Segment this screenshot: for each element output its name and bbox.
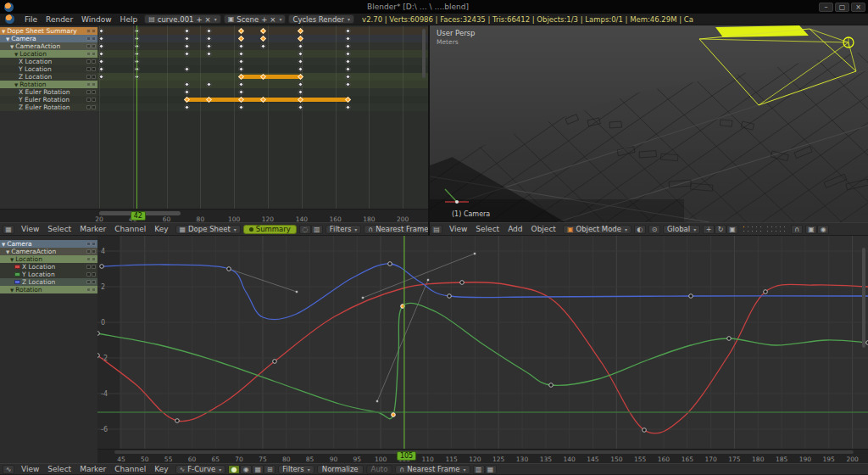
channel-rotation[interactable]: ▼Rotation xyxy=(0,81,97,88)
graph-editor-time-ruler[interactable]: 4550556065707580859095100105110115120125… xyxy=(97,449,868,463)
mute-icon[interactable] xyxy=(86,272,91,277)
graph-editor-vertical-scrollbar[interactable] xyxy=(862,248,865,348)
lock-icon[interactable] xyxy=(92,242,96,246)
viewport-3d[interactable]: User Persp Meters (1) Camera xyxy=(430,25,868,222)
expander-icon[interactable]: ▼ xyxy=(6,249,9,254)
curve-keyframe[interactable] xyxy=(100,265,104,269)
menu-select[interactable]: Select xyxy=(471,225,504,233)
lock-icon[interactable] xyxy=(92,105,96,109)
lock-icon[interactable] xyxy=(92,257,96,261)
expander-icon[interactable]: ▼ xyxy=(10,44,14,49)
viewport-shading-icon[interactable]: ◐ xyxy=(634,225,646,234)
close-scene-button[interactable]: × xyxy=(270,15,275,24)
layer-dot[interactable] xyxy=(779,226,782,228)
mute-icon[interactable] xyxy=(86,82,91,87)
menu-marker[interactable]: Marker xyxy=(75,465,110,473)
interaction-mode-selector[interactable]: ▣ Object Mode xyxy=(563,225,632,234)
layer-dot[interactable] xyxy=(743,226,745,228)
expander-icon[interactable]: ▼ xyxy=(6,36,9,42)
selected-keys-bar[interactable] xyxy=(241,75,300,79)
copy-keyframes-icon[interactable]: ▥ xyxy=(473,465,485,474)
dope-sheet-vertical-scrollbar[interactable] xyxy=(422,29,426,78)
channel-z-euler-rotation[interactable]: Z Euler Rotation xyxy=(0,103,97,111)
layer-dot[interactable] xyxy=(775,230,777,232)
dope-sheet-key-area[interactable] xyxy=(97,25,428,209)
mute-icon[interactable] xyxy=(86,29,91,33)
menu-marker[interactable]: Marker xyxy=(75,225,110,233)
menu-view[interactable]: View xyxy=(445,225,471,233)
mute-icon[interactable] xyxy=(86,75,91,79)
rotate-manipulator-icon[interactable]: ↻ xyxy=(715,225,726,234)
lock-icon[interactable] xyxy=(92,44,96,48)
channel-camera[interactable]: ▼Camera xyxy=(0,35,97,42)
mute-icon[interactable] xyxy=(86,242,91,246)
only-selected-curves-icon[interactable]: ● xyxy=(228,465,240,474)
mute-icon[interactable] xyxy=(86,288,91,292)
menu-file[interactable]: File xyxy=(20,15,42,24)
scene-selector[interactable]: ▣ Scene + × xyxy=(224,14,287,24)
lock-icon[interactable] xyxy=(92,75,96,79)
graph-mode-selector[interactable]: ∿ F-Curve xyxy=(175,465,226,474)
layer-dot[interactable] xyxy=(775,226,777,228)
layer-dot[interactable] xyxy=(760,226,762,228)
layer-dot[interactable] xyxy=(783,230,786,232)
channel-location[interactable]: ▼Location xyxy=(0,50,97,58)
mute-icon[interactable] xyxy=(86,44,91,48)
lock-icon[interactable] xyxy=(92,90,96,94)
menu-select[interactable]: Select xyxy=(43,465,75,473)
mute-icon[interactable] xyxy=(86,257,91,261)
curve-keyframe[interactable] xyxy=(764,290,768,294)
layer-dot[interactable] xyxy=(743,230,745,232)
curve-keyframe[interactable] xyxy=(175,419,180,423)
menu-help[interactable]: Help xyxy=(116,15,142,24)
close-screen-button[interactable]: × xyxy=(205,15,211,24)
mute-icon[interactable] xyxy=(86,105,91,109)
dope-sheet-mode-selector[interactable]: ▦ Dope Sheet xyxy=(175,225,241,234)
render-border-icon[interactable]: ▣ xyxy=(805,225,817,234)
curve-keyframe[interactable] xyxy=(448,294,452,299)
expander-icon[interactable]: ▼ xyxy=(14,52,18,57)
menu-add[interactable]: Add xyxy=(504,225,526,233)
menu-view[interactable]: View xyxy=(17,225,43,233)
maximize-button[interactable]: ▢ xyxy=(835,3,849,12)
add-screen-button[interactable]: + xyxy=(196,15,202,24)
layer-dot[interactable] xyxy=(747,230,749,232)
layers-widget[interactable] xyxy=(743,226,787,233)
mute-icon[interactable] xyxy=(86,280,91,284)
mute-icon[interactable] xyxy=(86,52,91,56)
lock-icon[interactable] xyxy=(92,98,96,102)
lock-icon[interactable] xyxy=(92,67,96,71)
transform-orientation-selector[interactable]: Global xyxy=(663,225,700,234)
current-frame-badge[interactable]: 42 xyxy=(131,211,146,221)
lock-icon[interactable] xyxy=(92,36,96,41)
channel-x-location[interactable]: X Location xyxy=(0,58,97,65)
mute-icon[interactable] xyxy=(86,59,91,64)
filters-dropdown[interactable]: Filters xyxy=(326,225,362,234)
layer-dot[interactable] xyxy=(755,230,758,232)
layer-dot[interactable] xyxy=(783,226,786,228)
layer-dot[interactable] xyxy=(760,230,762,232)
area-divider-vertical[interactable] xyxy=(428,25,430,236)
graph-editor-icon[interactable]: ∿ xyxy=(3,465,14,474)
mute-icon[interactable] xyxy=(86,265,91,269)
menu-select[interactable]: Select xyxy=(43,225,75,233)
blender-menu-icon[interactable] xyxy=(5,14,14,24)
channel-dope-sheet-summary[interactable]: ▼Dope Sheet Summary xyxy=(0,27,97,35)
mute-icon[interactable] xyxy=(86,98,91,102)
layer-dot[interactable] xyxy=(747,226,749,228)
lock-icon[interactable] xyxy=(92,59,96,64)
graph-channel-z-location[interactable]: Z Location xyxy=(0,278,97,286)
scale-manipulator-icon[interactable]: ▣ xyxy=(726,225,738,234)
menu-key[interactable]: Key xyxy=(150,225,172,233)
ghost-curves-icon[interactable]: ◉ xyxy=(240,465,252,474)
render-engine-selector[interactable]: Cycles Render xyxy=(288,14,354,24)
graph-channel-cameraaction[interactable]: ▼CameraAction xyxy=(0,248,97,255)
lock-icon[interactable] xyxy=(92,272,96,277)
normalize-button[interactable]: Normalize xyxy=(317,465,364,474)
menu-channel[interactable]: Channel xyxy=(110,225,150,233)
view3d-editor-icon[interactable]: ▤ xyxy=(431,225,442,234)
paste-keyframes-icon[interactable]: ▦ xyxy=(485,465,497,474)
curve-keyframe[interactable] xyxy=(227,267,231,271)
channel-y-euler-rotation[interactable]: Y Euler Rotation xyxy=(0,96,97,103)
expander-icon[interactable]: ▼ xyxy=(2,29,5,34)
